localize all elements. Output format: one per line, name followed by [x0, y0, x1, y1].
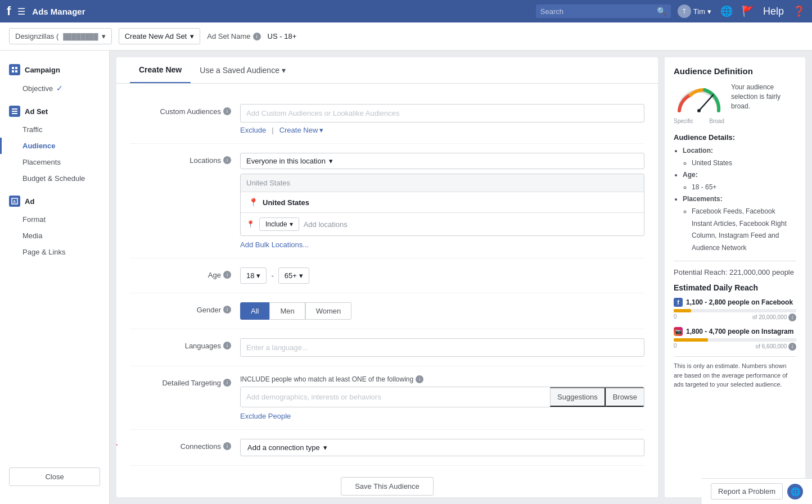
sidebar-item-placements[interactable]: Placements [0, 154, 109, 170]
locations-dropdown-label: Everyone in this location [246, 157, 326, 165]
connections-label: Connections [181, 442, 221, 451]
ig-reach-text: 1,800 - 4,700 people on Instagram [686, 328, 793, 335]
reach-note: This is only an estimate. Numbers shown … [674, 356, 796, 389]
right-panel: Audience Definition [665, 57, 805, 497]
globe-nav-icon[interactable]: 🌐 [720, 5, 733, 17]
tab-create-new[interactable]: Create New [130, 57, 191, 83]
create-adset-button[interactable]: Create New Ad Set ▾ [119, 28, 201, 44]
targeting-search-input[interactable] [241, 387, 550, 407]
exclude-link[interactable]: Exclude [240, 126, 266, 134]
browse-button[interactable]: Browse [606, 387, 644, 407]
targeting-desc-info-icon[interactable]: i [416, 375, 423, 383]
account-selector[interactable]: Designzillas ( ████████ ▾ [9, 28, 112, 44]
languages-label-container: Languages i [130, 338, 231, 350]
sidebar-item-objective[interactable]: Objective ✓ [0, 80, 109, 97]
locations-dropdown[interactable]: Everyone in this location ▾ [240, 153, 644, 169]
age-info-icon[interactable]: i [223, 271, 231, 279]
help-link[interactable]: Help [763, 6, 784, 17]
placements-detail-value: Facebook Feeds, Facebook Instant Article… [692, 206, 796, 254]
top-nav: f ☰ Ads Manager 🔍 T Tim ▾ 🌐 🚩 Help ❓ [0, 0, 812, 22]
save-audience-button[interactable]: Save This Audience [341, 477, 434, 496]
svg-rect-2 [12, 70, 14, 72]
age-min-select[interactable]: 18 ▾ [240, 267, 267, 284]
tab-use-saved[interactable]: Use a Saved Audience ▾ [191, 57, 295, 83]
sidebar-sections: Campaign Objective ✓ Ad Set Traffic [0, 60, 109, 265]
gender-men-button[interactable]: Men [269, 302, 305, 320]
search-input[interactable] [540, 7, 653, 16]
facebook-icon: f [674, 298, 683, 307]
sidebar-ad-section: A Ad Format Media Page & Links [0, 191, 109, 260]
user-menu[interactable]: T Tim ▾ [678, 4, 711, 18]
age-row: ➤ Age i 18 ▾ - 65+ [130, 258, 644, 293]
potential-reach-value: 221,000,000 people [729, 268, 794, 276]
connections-info-icon[interactable]: i [223, 442, 231, 450]
create-new-link[interactable]: Create New ▾ [279, 126, 324, 134]
locations-label: Locations [190, 156, 221, 165]
sidebar-item-format[interactable]: Format [0, 211, 109, 228]
languages-info-icon[interactable]: i [223, 342, 231, 349]
form-content: ➤ Custom Audiences i Exclude | Create Ne… [116, 84, 658, 497]
connections-row: ➤ Connections i Add a connection type ▾ [130, 430, 644, 466]
form-panel: Create New Use a Saved Audience ▾ ➤ Cust… [116, 57, 658, 497]
arrow-2: ➤ [116, 153, 119, 181]
adset-header-icon [9, 106, 20, 117]
detailed-targeting-label: Detailed Targeting [162, 379, 221, 387]
flag-icon[interactable]: 🚩 [742, 5, 754, 17]
save-audience-row: Save This Audience [130, 466, 644, 497]
svg-line-9 [699, 95, 713, 111]
detailed-targeting-info-icon[interactable]: i [223, 379, 231, 387]
include-dropdown[interactable]: Include ▾ [259, 217, 299, 231]
age-max-value: 65+ [285, 271, 297, 280]
ad-header-icon: A [9, 196, 20, 207]
add-locations-text[interactable]: Add locations [304, 220, 348, 229]
location-pin-icon-2: 📍 [246, 220, 255, 228]
custom-audiences-label: Custom Audiences [160, 107, 221, 116]
add-bulk-container: Add Bulk Locations... [240, 240, 644, 249]
suggestions-button[interactable]: Suggestions [550, 387, 606, 407]
add-bulk-link[interactable]: Add Bulk Locations... [240, 240, 309, 249]
fb-reach-info-icon[interactable]: i [788, 314, 796, 321]
ig-reach-info-icon[interactable]: i [788, 343, 796, 351]
gauge-container: Specific Broad [674, 83, 724, 124]
gender-all-button[interactable]: All [240, 302, 269, 320]
custom-audiences-label-container: Custom Audiences i [130, 104, 231, 116]
exclude-people-link[interactable]: Exclude People [240, 412, 291, 420]
locations-info-icon[interactable]: i [223, 156, 231, 164]
gender-women-button[interactable]: Women [305, 302, 352, 320]
age-label-container: Age i [130, 267, 231, 279]
campaign-label: Campaign [25, 66, 60, 74]
gender-info-icon[interactable]: i [223, 306, 231, 314]
connection-type-label: Add a connection type [247, 443, 320, 452]
custom-audiences-input[interactable] [240, 104, 644, 122]
custom-audiences-info-icon[interactable]: i [223, 107, 231, 115]
connection-type-dropdown[interactable]: Add a connection type ▾ [240, 439, 644, 456]
fb-bar-container [674, 309, 796, 312]
arrow-4: ➤ [116, 371, 118, 397]
close-button-container: Close [9, 467, 100, 486]
hamburger-icon[interactable]: ☰ [17, 6, 25, 17]
sidebar-item-traffic[interactable]: Traffic [0, 121, 109, 138]
globe-bottom-icon[interactable]: 🌐 [787, 484, 803, 500]
adset-name-info-icon[interactable]: i [253, 33, 261, 40]
age-max-select[interactable]: 65+ ▾ [278, 267, 309, 284]
ig-bar-container [674, 338, 796, 342]
potential-reach: Potential Reach: 221,000,000 people [674, 261, 796, 276]
detailed-targeting-row: ➤ Detailed Targeting i INCLUDE people wh… [130, 366, 644, 430]
locations-label-container: Locations i [130, 153, 231, 165]
create-new-arrow: ▾ [319, 126, 323, 134]
report-problem-button[interactable]: Report a Problem [711, 483, 783, 500]
potential-reach-label: Potential Reach: [674, 268, 727, 276]
sidebar-item-media[interactable]: Media [0, 228, 109, 244]
languages-input[interactable] [240, 338, 644, 357]
location-pin-icon: 📍 [249, 198, 258, 207]
fb-reach-item: f 1,100 - 2,800 people on Facebook 0 of … [674, 298, 796, 321]
sidebar-item-budget[interactable]: Budget & Schedule [0, 170, 109, 187]
close-button[interactable]: Close [9, 467, 100, 486]
location-box: United States 📍 United States 📍 Include … [240, 174, 644, 236]
sidebar-item-audience[interactable]: Audience [0, 138, 109, 154]
account-masked: ████████ [63, 33, 98, 40]
age-field: 18 ▾ - 65+ ▾ [240, 267, 644, 284]
locations-row: ➤ Locations i Everyone in this location … [130, 144, 644, 258]
sidebar-item-page-links[interactable]: Page & Links [0, 244, 109, 260]
fb-platform: f 1,100 - 2,800 people on Facebook [674, 298, 796, 307]
